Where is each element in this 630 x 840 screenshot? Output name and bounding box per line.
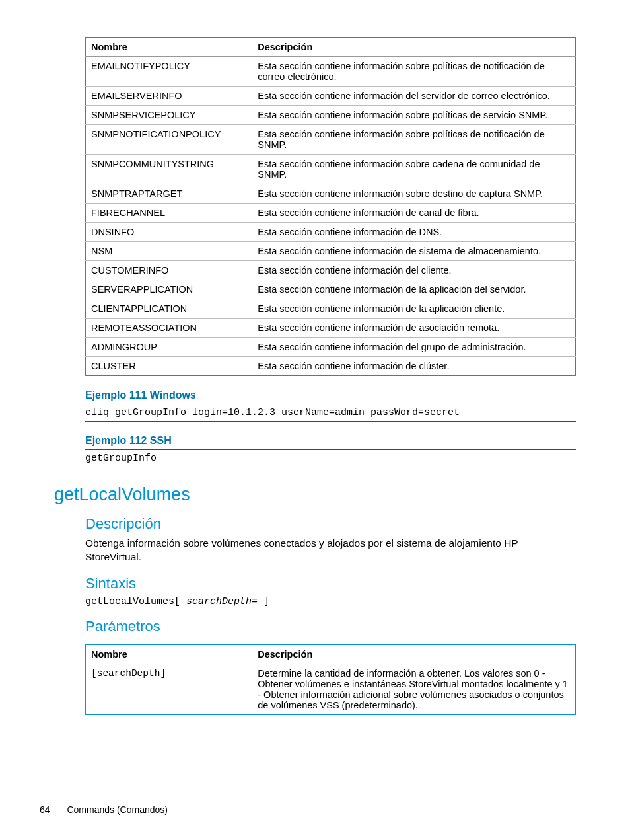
syntax-param: searchDepth= bbox=[186, 596, 258, 607]
table-cell-desc: Esta sección contiene información de la … bbox=[252, 280, 576, 299]
table-cell-desc: Esta sección contiene información sobre … bbox=[252, 106, 576, 125]
table-cell-name: EMAILSERVERINFO bbox=[86, 87, 252, 106]
table-cell-name: SNMPTRAPTARGET bbox=[86, 184, 252, 204]
table-cell-name: EMAILNOTIFYPOLICY bbox=[86, 57, 252, 87]
table-row: SNMPTRAPTARGETEsta sección contiene info… bbox=[86, 184, 576, 204]
code-block-ssh: getGroupInfo bbox=[85, 449, 576, 467]
table-row: EMAILNOTIFYPOLICYEsta sección contiene i… bbox=[86, 57, 576, 87]
code-block-windows: cliq getGroupInfo login=10.1.2.3 userNam… bbox=[85, 404, 576, 422]
description-text: Obtenga información sobre volúmenes cone… bbox=[85, 537, 576, 564]
table-row: CLUSTEREsta sección contiene información… bbox=[86, 357, 576, 376]
table-row: SNMPNOTIFICATIONPOLICYEsta sección conti… bbox=[86, 125, 576, 155]
table-cell-name: ADMINGROUP bbox=[86, 338, 252, 357]
table-header-desc: Descripción bbox=[252, 38, 576, 57]
table-cell-desc: Esta sección contiene información del se… bbox=[252, 87, 576, 106]
table-cell-name: SNMPSERVICEPOLICY bbox=[86, 106, 252, 125]
table-cell-desc: Esta sección contiene información de clú… bbox=[252, 357, 576, 376]
table-row: EMAILSERVERINFOEsta sección contiene inf… bbox=[86, 87, 576, 106]
syntax-line: getLocalVolumes[ searchDepth= ] bbox=[85, 596, 576, 607]
table-row: SNMPSERVICEPOLICYEsta sección contiene i… bbox=[86, 106, 576, 125]
description-heading: Descripción bbox=[85, 515, 576, 533]
info-sections-table: Nombre Descripción EMAILNOTIFYPOLICYEsta… bbox=[85, 37, 576, 376]
table-cell-desc: Determine la cantidad de información a o… bbox=[252, 664, 576, 714]
table-cell-desc: Esta sección contiene información sobre … bbox=[252, 184, 576, 204]
table-row: DNSINFOEsta sección contiene información… bbox=[86, 223, 576, 242]
table-cell-desc: Esta sección contiene información de aso… bbox=[252, 319, 576, 338]
example-heading-ssh: Ejemplo 112 SSH bbox=[85, 435, 576, 447]
syntax-heading: Sintaxis bbox=[85, 575, 576, 592]
table-cell-desc: Esta sección contiene información de sis… bbox=[252, 242, 576, 261]
parameters-table: Nombre Descripción [searchDepth]Determin… bbox=[85, 644, 576, 715]
section-title: getLocalVolumes bbox=[54, 484, 576, 505]
table-cell-desc: Esta sección contiene información del gr… bbox=[252, 338, 576, 357]
syntax-command: getLocalVolumes bbox=[85, 596, 174, 607]
table-header-name: Nombre bbox=[86, 38, 252, 57]
table-cell-desc: Esta sección contiene información sobre … bbox=[252, 125, 576, 155]
example-heading-windows: Ejemplo 111 Windows bbox=[85, 389, 576, 401]
parameters-heading: Parámetros bbox=[85, 618, 576, 635]
table-cell-name: SERVERAPPLICATION bbox=[86, 280, 252, 299]
table-cell-name: SNMPCOMMUNITYSTRING bbox=[86, 155, 252, 184]
table-row: SNMPCOMMUNITYSTRINGEsta sección contiene… bbox=[86, 155, 576, 184]
table-cell-desc: Esta sección contiene información del cl… bbox=[252, 261, 576, 280]
table-cell-name: CLIENTAPPLICATION bbox=[86, 299, 252, 319]
table-cell-name: [searchDepth] bbox=[86, 664, 252, 714]
table-cell-desc: Esta sección contiene información sobre … bbox=[252, 155, 576, 184]
table-cell-name: CLUSTER bbox=[86, 357, 252, 376]
table-cell-desc: Esta sección contiene información de la … bbox=[252, 299, 576, 319]
table-header-name: Nombre bbox=[86, 644, 252, 664]
page-footer: 64 Commands (Comandos) bbox=[40, 804, 168, 815]
table-row: CLIENTAPPLICATIONEsta sección contiene i… bbox=[86, 299, 576, 319]
syntax-open-bracket: [ bbox=[174, 596, 186, 607]
table-row: [searchDepth]Determine la cantidad de in… bbox=[86, 664, 576, 714]
table-cell-desc: Esta sección contiene información de DNS… bbox=[252, 223, 576, 242]
table-row: SERVERAPPLICATIONEsta sección contiene i… bbox=[86, 280, 576, 299]
table-row: REMOTEASSOCIATIONEsta sección contiene i… bbox=[86, 319, 576, 338]
table-header-desc: Descripción bbox=[252, 644, 576, 664]
syntax-close-bracket: ] bbox=[258, 596, 269, 607]
page-number: 64 bbox=[40, 804, 50, 815]
table-cell-name: FIBRECHANNEL bbox=[86, 204, 252, 223]
table-row: NSMEsta sección contiene información de … bbox=[86, 242, 576, 261]
table-cell-name: SNMPNOTIFICATIONPOLICY bbox=[86, 125, 252, 155]
table-row: ADMINGROUPEsta sección contiene informac… bbox=[86, 338, 576, 357]
table-cell-desc: Esta sección contiene información de can… bbox=[252, 204, 576, 223]
table-row: FIBRECHANNELEsta sección contiene inform… bbox=[86, 204, 576, 223]
table-cell-desc: Esta sección contiene información sobre … bbox=[252, 57, 576, 87]
table-row: CUSTOMERINFOEsta sección contiene inform… bbox=[86, 261, 576, 280]
table-cell-name: NSM bbox=[86, 242, 252, 261]
footer-title: Commands (Comandos) bbox=[67, 804, 168, 815]
table-cell-name: DNSINFO bbox=[86, 223, 252, 242]
table-cell-name: REMOTEASSOCIATION bbox=[86, 319, 252, 338]
table-cell-name: CUSTOMERINFO bbox=[86, 261, 252, 280]
